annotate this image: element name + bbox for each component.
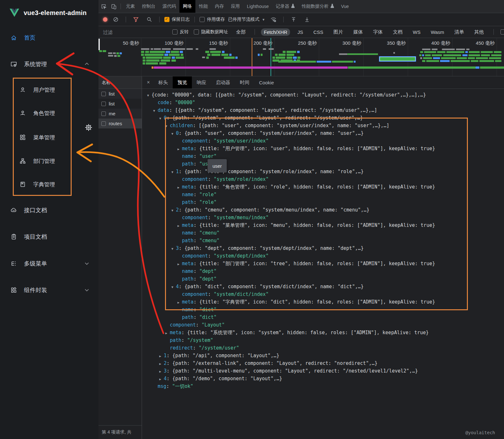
json-line[interactable]: component: "system/menu/index" xyxy=(142,214,504,221)
filter-pill-媒体[interactable]: 媒体 xyxy=(350,28,366,36)
request-row-routes[interactable]: routes xyxy=(98,119,142,128)
preview-tab-响应[interactable]: 响应 xyxy=(192,76,211,89)
json-line[interactable]: name: "cmenu" xyxy=(142,229,504,237)
json-line[interactable]: msg: "一切ok" xyxy=(142,382,504,390)
json-line[interactable]: ▶meta: {title: "部门管理", icon: "tree", hid… xyxy=(142,260,504,267)
preserve-log-checkbox[interactable]: 保留日志 xyxy=(164,17,190,22)
filter-pill-WS[interactable]: WS xyxy=(410,28,423,36)
sidebar-item-system[interactable]: 系统管理 xyxy=(0,57,98,71)
expand-arrow-icon[interactable]: ▼ xyxy=(147,92,152,99)
devtools-tab-记录器[interactable]: 记录器 xyxy=(272,0,298,13)
json-line[interactable]: ▼3: {path: "dept", component: "system/de… xyxy=(142,244,504,252)
filter-pill-清单[interactable]: 清单 xyxy=(452,28,467,36)
json-line[interactable]: component: "system/user/index" xyxy=(142,137,504,145)
json-line[interactable]: ▼2: {path: "cmenu", component: "system/m… xyxy=(142,206,504,214)
devtools-tab-控制台[interactable]: 控制台 xyxy=(138,0,159,13)
import-har-icon[interactable] xyxy=(288,15,299,24)
sidebar-item-dept-mgmt[interactable]: 部门管理 xyxy=(0,154,98,168)
disable-cache-checkbox[interactable]: 停用缓存 xyxy=(200,17,225,22)
requests-name-column-header[interactable]: 名称 xyxy=(98,76,142,89)
filter-pill-Fetch/XHR[interactable]: Fetch/XHR xyxy=(261,28,290,36)
clear-network-log-icon[interactable] xyxy=(111,15,121,24)
filter-pill-JS[interactable]: JS xyxy=(295,28,306,36)
network-conditions-icon[interactable] xyxy=(268,15,279,24)
json-line[interactable]: name: "role" xyxy=(142,191,504,198)
sidebar-item-components[interactable]: 组件封装 xyxy=(0,283,98,297)
devtools-tab-Vue[interactable]: Vue xyxy=(338,0,352,13)
json-line[interactable]: component: "system/role/index" xyxy=(142,175,504,183)
json-line[interactable]: ▼0: {path: "user", component: "system/us… xyxy=(142,129,504,137)
json-line[interactable]: component: "system/dict/index" xyxy=(142,290,504,298)
invert-checkbox[interactable]: 反转 xyxy=(172,29,189,35)
filter-input[interactable] xyxy=(102,29,167,35)
devtools-tab-Lighthouse[interactable]: Lighthouse xyxy=(243,0,272,13)
json-line[interactable]: path: "dept" xyxy=(142,275,504,283)
expand-arrow-icon[interactable]: ▼ xyxy=(153,107,158,115)
expand-arrow-icon[interactable]: ▶ xyxy=(177,184,182,191)
json-line[interactable]: path: "cmenu" xyxy=(142,237,504,244)
request-row-list[interactable]: list xyxy=(98,89,142,99)
settings-gear-button[interactable] xyxy=(83,121,95,134)
preview-tab-启动器[interactable]: 启动器 xyxy=(211,76,235,89)
expand-arrow-icon[interactable]: ▼ xyxy=(171,245,176,253)
json-line[interactable]: path: "role" xyxy=(142,198,504,206)
json-line[interactable]: path: "user" xyxy=(142,160,504,168)
filter-funnel-icon[interactable] xyxy=(131,15,141,24)
request-row-list[interactable]: list xyxy=(98,99,142,109)
expand-arrow-icon[interactable]: ▶ xyxy=(177,222,182,230)
expand-arrow-icon[interactable]: ▶ xyxy=(177,145,182,153)
expand-arrow-icon[interactable]: ▼ xyxy=(171,283,176,291)
json-line[interactable]: ▶meta: {title: "用户管理", icon: "user", hid… xyxy=(142,145,504,152)
app-logo-row[interactable]: vue3-element-admin xyxy=(0,0,98,26)
expand-arrow-icon[interactable]: ▶ xyxy=(159,368,164,375)
filter-pill-CSS[interactable]: CSS xyxy=(311,28,326,36)
devtools-tab-源代码[interactable]: 源代码 xyxy=(159,0,179,13)
json-line[interactable]: ▼4: {path: "dict", component: "system/di… xyxy=(142,283,504,290)
json-line[interactable]: path: "dict" xyxy=(142,313,504,321)
expand-arrow-icon[interactable]: ▼ xyxy=(171,130,176,138)
filter-pill-文档[interactable]: 文档 xyxy=(390,28,406,36)
json-line[interactable]: ▼data: [{path: "/system", component: "La… xyxy=(142,106,504,114)
json-line[interactable]: ▶meta: {title: "菜单管理", icon: "menu", hid… xyxy=(142,221,504,229)
preview-tab-Cookie[interactable]: Cookie xyxy=(254,76,279,89)
json-line[interactable]: name: "dict" xyxy=(142,306,504,313)
sidebar-item-multi-level-menu[interactable]: 多级菜单 xyxy=(0,257,98,271)
sidebar-item-user-mgmt[interactable]: 用户管理 xyxy=(0,83,98,97)
expand-arrow-icon[interactable]: ▼ xyxy=(171,207,176,214)
hide-data-urls-checkbox[interactable]: 隐藏数据网址 xyxy=(194,29,228,35)
expand-arrow-icon[interactable]: ▼ xyxy=(159,115,164,122)
json-line[interactable]: ▶4: {path: "/demo", component: "Layout",… xyxy=(142,375,504,382)
expand-arrow-icon[interactable]: ▶ xyxy=(159,360,164,368)
devtools-tab-内存[interactable]: 内存 xyxy=(211,0,227,13)
json-line[interactable]: name: "dept" xyxy=(142,267,504,275)
device-toolbar-icon[interactable] xyxy=(109,2,119,11)
json-line[interactable]: code: "00000" xyxy=(142,99,504,106)
json-line[interactable]: ▶3: {path: "/multi-level-menu", componen… xyxy=(142,367,504,375)
network-overview-timeline[interactable]: 50 毫秒100 毫秒150 毫秒200 毫秒250 毫秒300 毫秒350 毫… xyxy=(98,38,504,76)
json-line[interactable]: ▼children: [{path: "user", component: "s… xyxy=(142,122,504,129)
throttling-dropdown[interactable]: 已停用节流模式 ▼ xyxy=(228,17,265,22)
sidebar-item-dict-mgmt[interactable]: 字典管理 xyxy=(0,177,98,191)
filter-pill-Wasm[interactable]: Wasm xyxy=(428,28,447,36)
expand-arrow-icon[interactable]: ▶ xyxy=(177,299,182,306)
filter-pill-字体[interactable]: 字体 xyxy=(370,28,386,36)
filter-pill-全部[interactable]: 全部 xyxy=(233,28,248,36)
blocked-cookies-checkbox[interactable]: 有已拦截的 xyxy=(500,29,504,35)
preview-tab-时间[interactable]: 时间 xyxy=(235,76,254,89)
json-line[interactable]: redirect: "/system/user" xyxy=(142,344,504,352)
json-line[interactable]: name: "user" xyxy=(142,152,504,160)
json-line[interactable]: component: "Layout" xyxy=(142,321,504,329)
preview-tab-预览[interactable]: 预览 xyxy=(173,76,192,89)
filter-pill-图片[interactable]: 图片 xyxy=(331,28,346,36)
record-button[interactable] xyxy=(103,17,107,22)
json-line[interactable]: ▶meta: {title: "系统管理", icon: "system", h… xyxy=(142,329,504,336)
devtools-tab-应用[interactable]: 应用 xyxy=(227,0,243,13)
expand-arrow-icon[interactable]: ▶ xyxy=(177,260,182,268)
sidebar-item-home[interactable]: 首页 xyxy=(0,31,98,45)
search-icon[interactable] xyxy=(144,15,154,24)
timeline-handle[interactable] xyxy=(98,39,100,50)
json-line[interactable]: component: "system/dept/index" xyxy=(142,252,504,260)
expand-arrow-icon[interactable]: ▶ xyxy=(165,329,170,337)
devtools-tab-元素[interactable]: 元素 xyxy=(122,0,138,13)
expand-arrow-icon[interactable]: ▶ xyxy=(159,352,164,360)
